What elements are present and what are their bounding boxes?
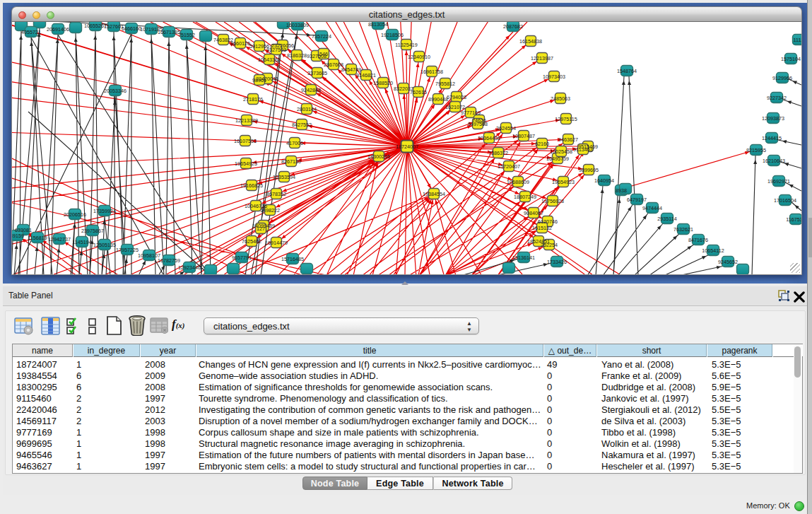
svg-text:16033809: 16033809: [286, 22, 309, 28]
svg-text:8471676: 8471676: [688, 237, 708, 243]
svg-text:9777169: 9777169: [461, 110, 481, 116]
svg-text:16495759: 16495759: [546, 156, 569, 162]
svg-text:17957225: 17957225: [116, 247, 139, 253]
svg-text:1167533: 1167533: [786, 216, 801, 223]
svg-text:6497568: 6497568: [468, 121, 488, 127]
svg-text:6466160: 6466160: [122, 25, 141, 32]
svg-text:1527601: 1527601: [104, 23, 124, 30]
svg-text:19692971: 19692971: [767, 178, 790, 185]
svg-text:15716485: 15716485: [281, 256, 304, 262]
svg-text:417006: 417006: [286, 140, 303, 146]
svg-text:20691406: 20691406: [47, 26, 69, 33]
svg-text:9129966: 9129966: [772, 75, 792, 81]
svg-text:18807249: 18807249: [514, 194, 536, 200]
svg-text:12213389: 12213389: [235, 117, 258, 124]
svg-text:9113463: 9113463: [573, 146, 592, 153]
svg-text:3624554: 3624554: [496, 125, 516, 132]
svg-text:7632621: 7632621: [673, 226, 693, 233]
svg-text:751552: 751552: [178, 32, 195, 38]
svg-text:8660126: 8660126: [230, 40, 250, 47]
svg-text:15720407: 15720407: [498, 163, 520, 170]
svg-text:2087682: 2087682: [503, 23, 523, 30]
svg-text:2803144: 2803144: [297, 106, 317, 112]
svg-text:252254: 252254: [541, 242, 558, 248]
svg-text:20206516: 20206516: [64, 211, 86, 218]
svg-text:19756928: 19756928: [541, 198, 564, 204]
svg-text:18300295: 18300295: [367, 153, 390, 160]
svg-text:10688609: 10688609: [507, 179, 529, 185]
svg-text:2867608: 2867608: [324, 62, 343, 68]
svg-text:20053346: 20053346: [104, 88, 126, 94]
svg-text:2718176: 2718176: [243, 96, 263, 103]
svg-text:7357224: 7357224: [312, 33, 331, 40]
svg-text:16154838: 16154838: [519, 38, 542, 45]
svg-text:8267130: 8267130: [281, 158, 301, 165]
svg-text:12340910: 12340910: [408, 54, 430, 60]
svg-text:9227342: 9227342: [767, 95, 787, 101]
svg-text:9146821: 9146821: [356, 72, 376, 78]
svg-text:1112: 1112: [794, 37, 801, 43]
svg-text:10973403: 10973403: [543, 74, 565, 80]
svg-text:16210643: 16210643: [763, 158, 785, 164]
svg-text:1575104: 1575104: [781, 56, 801, 62]
svg-text:62160: 62160: [535, 141, 549, 147]
svg-text:2935114: 2935114: [657, 216, 676, 222]
svg-text:12923446: 12923446: [178, 264, 201, 271]
svg-text:6794028: 6794028: [447, 94, 466, 100]
svg-text:762615: 762615: [410, 89, 427, 95]
svg-text:8990448: 8990448: [428, 96, 448, 103]
svg-text:10025458: 10025458: [550, 148, 572, 155]
svg-text:12353594: 12353594: [273, 174, 295, 180]
svg-text:9474444: 9474444: [642, 205, 662, 211]
svg-text:1588520: 1588520: [373, 80, 393, 86]
svg-text:16671385: 16671385: [158, 29, 180, 35]
svg-text:4055721: 4055721: [21, 29, 41, 35]
svg-text:9242848: 9242848: [301, 87, 321, 93]
svg-text:9327503: 9327503: [266, 47, 286, 53]
svg-text:8215955: 8215955: [746, 147, 766, 153]
svg-text:6120746: 6120746: [538, 218, 558, 225]
svg-text:11325419: 11325419: [395, 42, 417, 48]
svg-text:9245652: 9245652: [718, 259, 738, 265]
svg-text:10543362: 10543362: [258, 57, 281, 63]
svg-text:20364436: 20364436: [478, 135, 500, 141]
svg-text:16914479: 16914479: [265, 240, 288, 246]
svg-text:9657791: 9657791: [232, 255, 252, 261]
svg-text:1244415: 1244415: [762, 135, 782, 141]
svg-text:12093873: 12093873: [762, 115, 784, 122]
svg-text:7955812: 7955812: [435, 81, 455, 87]
svg-text:19654923: 19654923: [552, 179, 575, 185]
svg-text:9899695: 9899695: [579, 167, 599, 173]
svg-text:1640954: 1640954: [594, 177, 614, 184]
svg-text:17016504: 17016504: [774, 197, 796, 204]
svg-text:6479197: 6479197: [627, 197, 647, 203]
svg-text:127: 127: [257, 226, 265, 232]
svg-text:19166825: 19166825: [240, 182, 263, 189]
svg-text:1145194: 1145194: [72, 239, 91, 245]
svg-text:9084067: 9084067: [524, 210, 543, 216]
svg-text:18724007: 18724007: [396, 144, 418, 150]
svg-text:16782759: 16782759: [158, 257, 180, 264]
svg-text:19218506: 19218506: [381, 32, 404, 38]
svg-text:10807487: 10807487: [512, 133, 535, 139]
svg-text:19654925: 19654925: [235, 160, 257, 167]
svg-text:546: 546: [319, 51, 328, 57]
svg-text:8813054: 8813054: [368, 22, 388, 28]
svg-text:39159: 39159: [12, 233, 24, 239]
svg-text:12975115: 12975115: [555, 116, 577, 122]
svg-text:1615132: 1615132: [532, 225, 552, 231]
svg-text:17359924: 17359924: [93, 208, 116, 214]
svg-text:12213987: 12213987: [531, 55, 553, 62]
svg-text:12942737: 12942737: [48, 236, 71, 243]
svg-text:7485063: 7485063: [551, 95, 570, 102]
svg-text:3373685: 3373685: [307, 70, 327, 76]
svg-text:9463627: 9463627: [558, 136, 578, 143]
svg-text:12505135: 12505135: [93, 242, 116, 248]
svg-text:1498222: 1498222: [260, 207, 280, 214]
svg-text:7625402: 7625402: [242, 238, 261, 245]
svg-text:1733426: 1733426: [547, 259, 567, 265]
svg-text:8938: 8938: [616, 187, 627, 194]
svg-text:1156819: 1156819: [28, 235, 47, 241]
svg-text:98961: 98961: [252, 77, 266, 83]
svg-text:16961758: 16961758: [420, 69, 443, 75]
